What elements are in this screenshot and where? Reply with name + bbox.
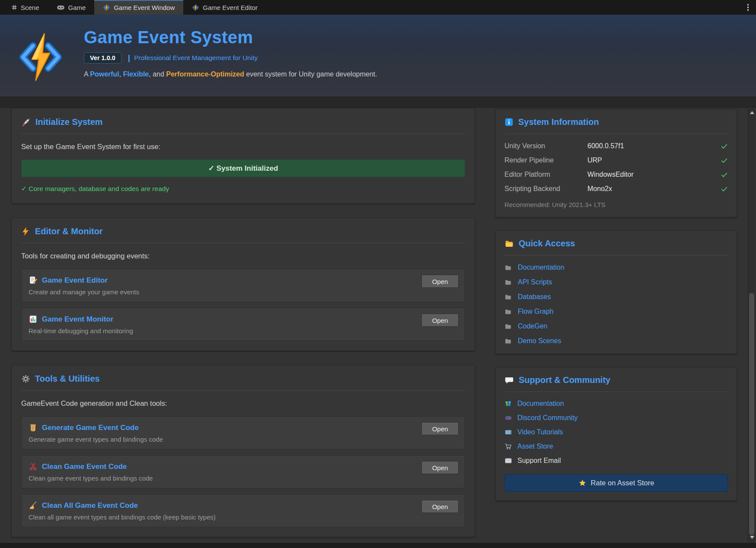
tool-row-description: Clean all game event types and bindings … — [29, 513, 458, 521]
tab-scene[interactable]: Scene — [3, 0, 48, 15]
header-gap-strip — [0, 96, 756, 108]
tool-row-game-event-editor: Game Event Editor Create and manage your… — [21, 269, 465, 302]
quick-access-api-scripts[interactable]: API Scripts — [504, 278, 728, 286]
folder-small-icon — [504, 279, 512, 286]
tools-utilities-section: Tools & Utilities GameEvent Code generat… — [11, 365, 475, 537]
description-highlight-powerful: Powerful — [90, 70, 119, 78]
open-game-event-monitor-button[interactable]: Open — [421, 314, 459, 327]
tab-label: Scene — [21, 4, 39, 11]
quick-access-codegen[interactable]: CodeGen — [504, 322, 728, 330]
system-initialized-button[interactable]: ✓ System Initialized — [21, 159, 465, 177]
support-link-video-tutorials[interactable]: Video Tutorials — [504, 428, 728, 436]
quick-access-documentation[interactable]: Documentation — [504, 264, 728, 271]
open-game-event-editor-button[interactable]: Open — [421, 275, 459, 288]
description-text: A — [84, 70, 90, 78]
recommended-version-note: Recommended: Unity 2021.3+ LTS — [504, 201, 728, 208]
check-icon — [721, 185, 728, 193]
scrollbar-thumb[interactable] — [749, 293, 754, 535]
quick-access-label: Documentation — [518, 264, 565, 271]
gamepad-purple-icon — [504, 414, 512, 422]
info-value: Mono2x — [587, 185, 721, 193]
tool-row-description: Real-time debugging and monitoring — [29, 327, 458, 335]
header-description: A Powerful, Flexible, and Performance-Op… — [84, 70, 377, 78]
section-intro: GameEvent Code generation and Clean tool… — [21, 399, 465, 408]
memo-icon — [29, 276, 38, 285]
tab-game-event-window[interactable]: Game Event Window — [94, 0, 183, 15]
vertical-scrollbar[interactable] — [748, 108, 756, 542]
page-title: Game Event System — [84, 28, 377, 47]
lightning-icon — [21, 227, 30, 236]
quick-access-label: Flow Graph — [518, 308, 554, 315]
support-link-discord[interactable]: Discord Community — [504, 414, 728, 422]
section-intro: Tools for creating and debugging events: — [21, 252, 465, 260]
scissors-icon — [29, 462, 38, 471]
panel-title: Support & Community — [519, 375, 610, 385]
info-row-unity-version: Unity Version 6000.0.57f1 — [504, 142, 728, 150]
header-text: Game Event System Ver 1.0.0 | Profession… — [84, 15, 377, 96]
row-head: Clean All Game Event Code — [29, 501, 458, 510]
broom-icon — [29, 501, 38, 510]
section-intro: Set up the Game Event System for first u… — [21, 143, 465, 151]
support-link-label: Support Email — [517, 457, 561, 465]
description-text: , and — [149, 70, 166, 78]
description-highlight-flexible: Flexible — [123, 70, 149, 78]
panel-header: Support & Community — [504, 375, 728, 385]
scroll-down-arrow-icon[interactable] — [750, 536, 754, 539]
rate-on-asset-store-button[interactable]: Rate on Asset Store — [504, 474, 728, 492]
scroll-up-arrow-icon[interactable] — [750, 111, 754, 114]
cart-icon — [504, 443, 512, 450]
info-label: Unity Version — [504, 142, 587, 150]
panel-title: System Information — [518, 117, 599, 127]
books-icon — [504, 400, 512, 408]
folder-small-icon — [504, 264, 512, 271]
panel-header: System Information — [504, 117, 728, 127]
tool-row-title: Clean All Game Event Code — [42, 501, 138, 510]
bolt-brackets-logo-icon — [16, 32, 65, 82]
initialize-system-section: Initialize System Set up the Game Event … — [11, 108, 475, 204]
open-generate-code-button[interactable]: Open — [421, 422, 459, 435]
grid-icon — [11, 4, 17, 10]
tool-row-game-event-monitor: Game Event Monitor Real-time debugging a… — [21, 308, 465, 341]
row-head: Game Event Monitor — [29, 315, 458, 324]
section-header: Editor & Monitor — [21, 226, 465, 236]
support-link-asset-store[interactable]: Asset Store — [504, 443, 728, 450]
unity-editor-window: Scene Game Game Event Window Game Event … — [0, 0, 756, 548]
section-header: Tools & Utilities — [21, 374, 465, 384]
support-link-documentation[interactable]: Documentation — [504, 400, 728, 408]
divider — [21, 134, 465, 134]
info-icon — [504, 118, 514, 127]
gear-icon — [21, 374, 30, 383]
quick-access-label: API Scripts — [518, 278, 552, 286]
support-link-label: Asset Store — [517, 443, 553, 450]
kebab-menu-icon[interactable] — [740, 0, 756, 15]
quick-access-demo-scenes[interactable]: Demo Scenes — [504, 337, 728, 345]
quick-access-databases[interactable]: Databases — [504, 293, 728, 301]
subtitle-divider: | — [128, 53, 130, 63]
info-label: Editor Platform — [504, 171, 587, 178]
info-label: Scripting Backend — [504, 185, 587, 193]
system-information-panel: System Information Unity Version 6000.0.… — [495, 109, 737, 217]
info-row-render-pipeline: Render Pipeline URP — [504, 156, 728, 164]
section-header: Initialize System — [21, 117, 465, 127]
tool-row-title: Game Event Monitor — [42, 315, 113, 324]
open-clean-all-code-button[interactable]: Open — [421, 500, 459, 513]
tool-row-title: Game Event Editor — [42, 276, 108, 285]
panel-header: Quick Access — [504, 239, 728, 249]
header-banner: Game Event System Ver 1.0.0 | Profession… — [0, 15, 756, 96]
editor-tab-bar: Scene Game Game Event Window Game Event … — [0, 0, 756, 15]
speech-bubble-icon — [504, 376, 514, 385]
tab-game[interactable]: Game — [48, 0, 95, 15]
header-meta-row: Ver 1.0.0 | Professional Event Managemen… — [84, 52, 377, 64]
window-bottom-strip — [0, 543, 756, 548]
description-text: event system for Unity game development. — [244, 70, 377, 78]
tab-game-event-editor[interactable]: Game Event Editor — [183, 0, 266, 15]
support-link-label: Video Tutorials — [517, 428, 563, 436]
tv-icon — [504, 428, 512, 436]
description-highlight-performance: Performance-Optimized — [166, 70, 244, 78]
open-clean-code-button[interactable]: Open — [421, 461, 459, 474]
support-link-email[interactable]: Support Email — [504, 457, 728, 465]
bolt-brackets-icon — [103, 4, 110, 11]
quick-access-flow-graph[interactable]: Flow Graph — [504, 308, 728, 315]
panel-title: Quick Access — [519, 239, 575, 249]
tab-label: Game Event Window — [114, 4, 175, 11]
